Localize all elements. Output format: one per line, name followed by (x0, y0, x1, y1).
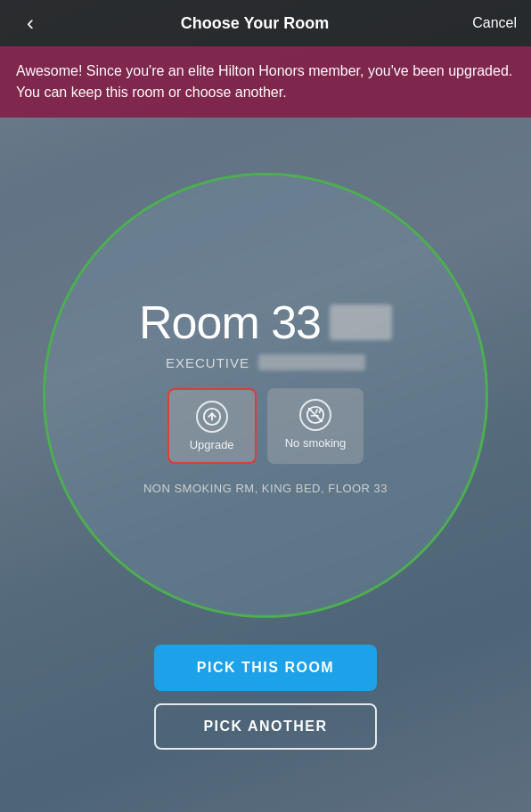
no-smoking-badge: No smoking (267, 388, 364, 464)
badges-row: Upgrade No smoking (167, 388, 364, 464)
no-smoking-badge-label: No smoking (285, 436, 347, 450)
room-number-row: Room 33 (139, 296, 392, 349)
upgrade-banner-text: Awesome! Since you're an elite Hilton Ho… (16, 63, 512, 100)
room-type-blur (258, 354, 365, 370)
room-description: NON SMOKING RM, KING BED, FLOOR 33 (143, 482, 388, 495)
no-smoking-icon (306, 405, 325, 425)
page-title: Choose Your Room (46, 14, 463, 33)
cancel-button[interactable]: Cancel (463, 15, 517, 31)
pick-another-button[interactable]: PICK ANOTHER (154, 703, 377, 750)
main-content: Room 33 EXECUTIVE Upgrade (0, 118, 531, 805)
pick-room-button[interactable]: PICK THIS ROOM (154, 645, 377, 691)
nav-bar: ‹ Choose Your Room Cancel (0, 0, 531, 46)
room-number-text: Room 33 (139, 296, 321, 349)
upgrade-badge: Upgrade (167, 388, 257, 464)
room-type-row: EXECUTIVE (166, 354, 365, 370)
buttons-area: PICK THIS ROOM PICK ANOTHER (154, 645, 377, 750)
upgrade-badge-label: Upgrade (190, 438, 234, 451)
no-smoking-icon-circle (299, 399, 331, 431)
back-button[interactable]: ‹ (14, 11, 46, 36)
room-number-blur (330, 304, 392, 340)
upgrade-banner: Awesome! Since you're an elite Hilton Ho… (0, 46, 531, 118)
room-circle: Room 33 EXECUTIVE Upgrade (43, 173, 488, 618)
upgrade-arrow-icon (202, 407, 222, 426)
upgrade-icon-circle (196, 401, 228, 433)
room-type-label: EXECUTIVE (166, 355, 249, 370)
